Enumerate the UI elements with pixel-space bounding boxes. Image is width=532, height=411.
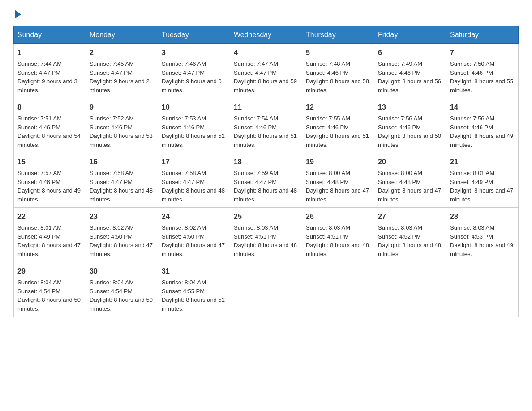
daylight-label: Daylight: 8 hours and 51 minutes. [306,133,369,148]
day-number: 5 [306,47,370,58]
calendar-cell: 26Sunrise: 8:03 AMSunset: 4:51 PMDayligh… [302,208,374,262]
sunrise-label: Sunrise: 7:59 AM [234,170,278,176]
calendar-cell [374,262,446,317]
daylight-label: Daylight: 8 hours and 55 minutes. [450,78,513,94]
daylight-label: Daylight: 9 hours and 0 minutes. [162,78,222,94]
sunrise-label: Sunrise: 8:01 AM [17,224,62,231]
day-number: 7 [450,47,515,58]
week-row-2: 8Sunrise: 7:51 AMSunset: 4:46 PMDaylight… [14,98,519,153]
sunset-label: Sunset: 4:50 PM [90,233,133,240]
sunrise-label: Sunrise: 7:51 AM [17,115,62,122]
col-header-monday: Monday [86,26,158,44]
sunrise-label: Sunrise: 7:56 AM [450,115,494,122]
sunrise-label: Sunrise: 7:55 AM [306,115,350,122]
daylight-label: Daylight: 8 hours and 49 minutes. [17,187,81,203]
day-number: 28 [450,211,515,222]
sunset-label: Sunset: 4:51 PM [234,233,277,240]
day-number: 12 [306,102,370,113]
sunrise-label: Sunrise: 7:47 AM [234,60,278,67]
calendar-cell: 17Sunrise: 7:58 AMSunset: 4:47 PMDayligh… [158,153,230,208]
calendar-cell: 24Sunrise: 8:02 AMSunset: 4:50 PMDayligh… [158,208,230,262]
sunset-label: Sunset: 4:46 PM [17,124,60,131]
sunrise-label: Sunrise: 7:57 AM [17,170,62,176]
sunrise-label: Sunrise: 8:04 AM [162,279,206,286]
calendar-cell: 7Sunrise: 7:50 AMSunset: 4:46 PMDaylight… [446,44,519,98]
col-header-wednesday: Wednesday [230,26,302,44]
daylight-label: Daylight: 8 hours and 48 minutes. [162,187,225,203]
calendar-cell: 31Sunrise: 8:04 AMSunset: 4:55 PMDayligh… [158,262,230,317]
day-number: 10 [162,102,226,113]
calendar-cell: 16Sunrise: 7:58 AMSunset: 4:47 PMDayligh… [86,153,158,208]
day-number: 9 [90,102,154,113]
daylight-label: Daylight: 8 hours and 50 minutes. [90,296,153,312]
calendar-cell: 23Sunrise: 8:02 AMSunset: 4:50 PMDayligh… [86,208,158,262]
daylight-label: Daylight: 8 hours and 50 minutes. [378,133,441,148]
day-number: 4 [234,47,298,58]
sunset-label: Sunset: 4:46 PM [378,124,421,131]
calendar-cell: 3Sunrise: 7:46 AMSunset: 4:47 PMDaylight… [158,44,230,98]
day-number: 2 [90,47,154,58]
sunset-label: Sunset: 4:46 PM [450,124,493,131]
day-number: 16 [90,157,154,167]
logo [13,9,21,17]
day-number: 26 [306,211,370,222]
daylight-label: Daylight: 8 hours and 48 minutes. [234,187,297,203]
sunset-label: Sunset: 4:47 PM [234,179,277,185]
sunrise-label: Sunrise: 8:04 AM [90,279,134,286]
sunset-label: Sunset: 4:47 PM [162,179,205,185]
calendar-cell: 27Sunrise: 8:03 AMSunset: 4:52 PMDayligh… [374,208,446,262]
col-header-thursday: Thursday [302,26,374,44]
calendar-cell: 15Sunrise: 7:57 AMSunset: 4:46 PMDayligh… [14,153,86,208]
day-number: 18 [234,157,298,167]
page-header [13,9,519,17]
daylight-label: Daylight: 8 hours and 47 minutes. [306,187,369,203]
week-row-5: 29Sunrise: 8:04 AMSunset: 4:54 PMDayligh… [14,262,519,317]
week-row-3: 15Sunrise: 7:57 AMSunset: 4:46 PMDayligh… [14,153,519,208]
sunrise-label: Sunrise: 7:53 AM [162,115,206,122]
day-number: 27 [378,211,442,222]
sunset-label: Sunset: 4:54 PM [90,288,133,295]
day-number: 23 [90,211,154,222]
sunset-label: Sunset: 4:49 PM [17,233,60,240]
day-number: 3 [162,47,226,58]
calendar-cell: 22Sunrise: 8:01 AMSunset: 4:49 PMDayligh… [14,208,86,262]
day-number: 13 [378,102,442,113]
sunset-label: Sunset: 4:52 PM [378,233,421,240]
sunset-label: Sunset: 4:53 PM [450,233,493,240]
calendar-cell: 21Sunrise: 8:01 AMSunset: 4:49 PMDayligh… [446,153,519,208]
sunrise-label: Sunrise: 8:01 AM [450,170,494,176]
calendar-cell: 2Sunrise: 7:45 AMSunset: 4:47 PMDaylight… [86,44,158,98]
day-number: 22 [17,211,82,222]
calendar-cell: 8Sunrise: 7:51 AMSunset: 4:46 PMDaylight… [14,98,86,153]
sunrise-label: Sunrise: 7:52 AM [90,115,134,122]
sunset-label: Sunset: 4:46 PM [378,69,421,76]
day-number: 11 [234,102,298,113]
sunset-label: Sunset: 4:54 PM [17,288,60,295]
calendar-cell: 25Sunrise: 8:03 AMSunset: 4:51 PMDayligh… [230,208,302,262]
daylight-label: Daylight: 8 hours and 58 minutes. [306,78,369,94]
sunset-label: Sunset: 4:51 PM [306,233,349,240]
daylight-label: Daylight: 9 hours and 3 minutes. [17,78,77,94]
calendar-cell: 29Sunrise: 8:04 AMSunset: 4:54 PMDayligh… [14,262,86,317]
daylight-label: Daylight: 8 hours and 53 minutes. [90,133,153,148]
day-number: 31 [162,266,226,277]
sunset-label: Sunset: 4:46 PM [306,69,349,76]
sunset-label: Sunset: 4:49 PM [450,179,493,185]
sunrise-label: Sunrise: 7:46 AM [162,60,206,67]
week-row-1: 1Sunrise: 7:44 AMSunset: 4:47 PMDaylight… [14,44,519,98]
day-number: 1 [17,47,82,58]
sunrise-label: Sunrise: 7:45 AM [90,60,134,67]
daylight-label: Daylight: 8 hours and 49 minutes. [450,242,513,257]
daylight-label: Daylight: 8 hours and 52 minutes. [162,133,225,148]
sunrise-label: Sunrise: 8:00 AM [306,170,350,176]
sunset-label: Sunset: 4:47 PM [17,69,60,76]
calendar-cell: 28Sunrise: 8:03 AMSunset: 4:53 PMDayligh… [446,208,519,262]
calendar-cell: 11Sunrise: 7:54 AMSunset: 4:46 PMDayligh… [230,98,302,153]
sunset-label: Sunset: 4:46 PM [306,124,349,131]
sunrise-label: Sunrise: 7:54 AM [234,115,278,122]
daylight-label: Daylight: 8 hours and 47 minutes. [378,187,441,203]
sunrise-label: Sunrise: 8:03 AM [450,224,494,231]
calendar-cell: 30Sunrise: 8:04 AMSunset: 4:54 PMDayligh… [86,262,158,317]
col-header-tuesday: Tuesday [158,26,230,44]
daylight-label: Daylight: 8 hours and 50 minutes. [17,296,81,312]
